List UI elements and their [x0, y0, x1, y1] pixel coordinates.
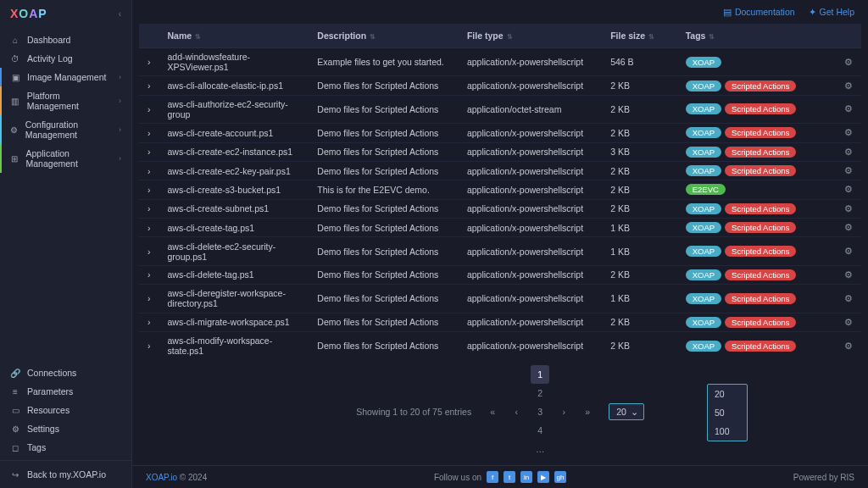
- table-row[interactable]: › aws-cli-create-tag.ps1 Demo files for …: [139, 219, 861, 237]
- row-settings[interactable]: ⚙: [836, 142, 861, 161]
- tag-xoap[interactable]: XOAP: [686, 147, 721, 158]
- expand-row-icon[interactable]: ›: [139, 180, 159, 199]
- tag-scripted[interactable]: Scripted Actions: [725, 341, 796, 352]
- row-settings[interactable]: ⚙: [836, 180, 861, 199]
- logo[interactable]: XOAP: [10, 7, 47, 20]
- tag-xoap[interactable]: XOAP: [686, 80, 721, 92]
- footer-brand[interactable]: XOAP.io: [146, 473, 177, 482]
- table-row[interactable]: › aws-cli-create-ec2-key-pair.ps1 Demo f…: [139, 161, 861, 180]
- nav-item-configuration-management[interactable]: ⚙Configuration Management›: [0, 115, 131, 144]
- row-settings[interactable]: ⚙: [836, 265, 861, 284]
- expand-row-icon[interactable]: ›: [139, 161, 159, 180]
- row-settings[interactable]: ⚙: [836, 331, 861, 358]
- prev-page-button[interactable]: ‹: [507, 402, 526, 421]
- expand-row-icon[interactable]: ›: [139, 237, 159, 265]
- table-row[interactable]: › aws-cli-authorize-ec2-security-group D…: [139, 95, 861, 123]
- page-1-button[interactable]: 1: [531, 365, 549, 384]
- tag-xoap[interactable]: XOAP: [686, 57, 721, 68]
- tag-scripted[interactable]: Scripted Actions: [725, 317, 796, 328]
- row-settings[interactable]: ⚙: [836, 313, 861, 331]
- nav-item-resources[interactable]: ▭Resources: [0, 401, 131, 419]
- nav-item-settings[interactable]: ⚙Settings: [0, 419, 131, 438]
- tag-xoap[interactable]: XOAP: [686, 103, 721, 114]
- row-settings[interactable]: ⚙: [836, 219, 861, 237]
- nav-item-connections[interactable]: 🔗Connections: [0, 363, 131, 382]
- tag-xoap[interactable]: XOAP: [686, 222, 721, 233]
- github-icon[interactable]: gh: [554, 471, 566, 483]
- facebook-icon[interactable]: f: [487, 471, 498, 483]
- col-tags[interactable]: Tags⇅: [677, 24, 836, 48]
- tag-xoap[interactable]: XOAP: [686, 269, 721, 280]
- row-settings[interactable]: ⚙: [836, 95, 861, 123]
- page-size-option-100[interactable]: 100: [708, 422, 747, 441]
- page-4-button[interactable]: 4: [531, 421, 549, 440]
- nav-item-dashboard[interactable]: ⌂Dashboard: [0, 30, 131, 49]
- tag-scripted[interactable]: Scripted Actions: [725, 147, 796, 158]
- expand-row-icon[interactable]: ›: [139, 265, 159, 284]
- tag-xoap[interactable]: XOAP: [686, 293, 721, 304]
- documentation-link[interactable]: ▤Documentation: [723, 7, 795, 17]
- page-2-button[interactable]: 2: [531, 384, 549, 402]
- page-size-option-50[interactable]: 50: [708, 403, 747, 422]
- tag-scripted[interactable]: Scripted Actions: [725, 293, 796, 304]
- page-3-button[interactable]: 3: [531, 402, 549, 421]
- tag-scripted[interactable]: Scripted Actions: [725, 222, 796, 233]
- get-help-link[interactable]: ✦Get Help: [809, 7, 854, 17]
- table-row[interactable]: › aws-cli-create-ec2-instance.ps1 Demo f…: [139, 142, 861, 161]
- next-page-button[interactable]: ›: [554, 402, 573, 421]
- tag-xoap[interactable]: XOAP: [686, 127, 721, 138]
- tag-xoap[interactable]: XOAP: [686, 341, 721, 352]
- nav-item-activity-log[interactable]: ⏱Activity Log: [0, 49, 131, 68]
- expand-row-icon[interactable]: ›: [139, 76, 159, 95]
- tag-xoap[interactable]: XOAP: [686, 165, 721, 176]
- tag-xoap[interactable]: XOAP: [686, 317, 721, 328]
- row-settings[interactable]: ⚙: [836, 161, 861, 180]
- back-link[interactable]: ↪ Back to my.XOAP.io: [0, 460, 131, 488]
- table-row[interactable]: › aws-cli-allocate-elastic-ip.ps1 Demo f…: [139, 76, 861, 95]
- table-row[interactable]: › aws-cli-migrate-workspace.ps1 Demo fil…: [139, 313, 861, 331]
- table-row[interactable]: › aws-cli-modify-workspace-state.ps1 Dem…: [139, 331, 861, 358]
- tag-scripted[interactable]: Scripted Actions: [725, 127, 796, 138]
- last-page-button[interactable]: »: [578, 402, 597, 421]
- tag-xoap[interactable]: XOAP: [686, 246, 721, 257]
- nav-item-image-management[interactable]: ▣Image Management›: [0, 68, 131, 86]
- expand-row-icon[interactable]: ›: [139, 313, 159, 331]
- twitter-icon[interactable]: t: [504, 471, 515, 483]
- tag-scripted[interactable]: Scripted Actions: [725, 269, 796, 280]
- tag-scripted[interactable]: Scripted Actions: [725, 80, 796, 92]
- nav-item-tags[interactable]: ◻Tags: [0, 438, 131, 457]
- row-settings[interactable]: ⚙: [836, 237, 861, 265]
- nav-item-parameters[interactable]: ≡Parameters: [0, 382, 131, 401]
- row-settings[interactable]: ⚙: [836, 124, 861, 142]
- linkedin-icon[interactable]: in: [520, 471, 532, 483]
- tag-scripted[interactable]: Scripted Actions: [725, 103, 796, 114]
- expand-row-icon[interactable]: ›: [139, 48, 159, 76]
- expand-row-icon[interactable]: ›: [139, 124, 159, 142]
- first-page-button[interactable]: «: [483, 402, 502, 421]
- youtube-icon[interactable]: ▶: [537, 471, 549, 483]
- expand-row-icon[interactable]: ›: [139, 219, 159, 237]
- expand-row-icon[interactable]: ›: [139, 142, 159, 161]
- tag-scripted[interactable]: Scripted Actions: [725, 165, 796, 176]
- table-row[interactable]: › aws-cli-create-account.ps1 Demo files …: [139, 124, 861, 142]
- expand-row-icon[interactable]: ›: [139, 285, 159, 313]
- page-size-select[interactable]: 20 ⌄: [609, 403, 644, 420]
- table-row[interactable]: › aws-cli-delete-tag.ps1 Demo files for …: [139, 265, 861, 284]
- row-settings[interactable]: ⚙: [836, 285, 861, 313]
- table-row[interactable]: › aws-cli-delete-ec2-security-group.ps1 …: [139, 237, 861, 265]
- row-settings[interactable]: ⚙: [836, 199, 861, 218]
- table-row[interactable]: › add-windowsfeature-XPSViewer.ps1 Examp…: [139, 48, 861, 76]
- col-description[interactable]: Description⇅: [309, 24, 459, 48]
- table-row[interactable]: › aws-cli-deregister-workspace-directory…: [139, 285, 861, 313]
- expand-row-icon[interactable]: ›: [139, 95, 159, 123]
- row-settings[interactable]: ⚙: [836, 48, 861, 76]
- nav-item-application-management[interactable]: ⊞Application Management›: [0, 144, 131, 173]
- expand-row-icon[interactable]: ›: [139, 331, 159, 358]
- col-file-type[interactable]: File type⇅: [459, 24, 602, 48]
- table-row[interactable]: › aws-cli-create-subnet.ps1 Demo files f…: [139, 199, 861, 218]
- table-row[interactable]: › aws-cli-create-s3-bucket.ps1 This is f…: [139, 180, 861, 199]
- col-name[interactable]: Name⇅: [159, 24, 309, 48]
- tag-e2evc[interactable]: E2EVC: [686, 184, 726, 195]
- page-size-option-20[interactable]: 20: [708, 385, 747, 403]
- expand-row-icon[interactable]: ›: [139, 199, 159, 218]
